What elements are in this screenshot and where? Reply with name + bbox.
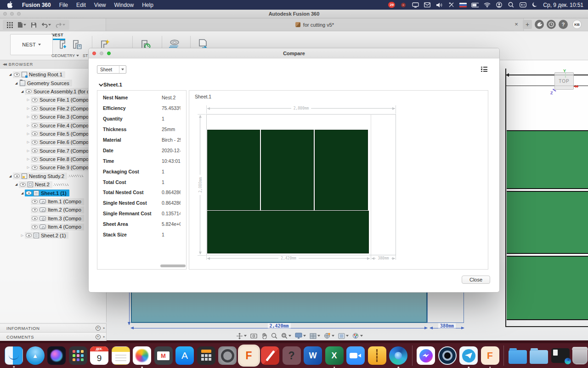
dock-compass[interactable]: ▲ [26, 346, 45, 365]
dock-excel[interactable]: X [325, 346, 344, 365]
tree-expander-icon[interactable]: ▷ [26, 140, 31, 144]
nested-part-green-2[interactable] [507, 191, 588, 254]
dock-minwin[interactable] [551, 348, 570, 363]
tree-expander-icon[interactable]: ▷ [26, 166, 31, 169]
visibility-eye-icon[interactable] [32, 115, 38, 119]
dock-telegram[interactable] [459, 346, 478, 365]
display-list-button[interactable] [338, 333, 349, 339]
look-at-button[interactable] [250, 333, 257, 339]
visibility-eye-icon[interactable] [32, 225, 38, 229]
dock-winzip[interactable] [368, 346, 386, 365]
tree-expander-icon[interactable]: ◢ [8, 73, 13, 76]
zoom-button[interactable] [271, 333, 277, 339]
document-tab[interactable]: for cutting v5* [106, 18, 524, 31]
dock-folder1[interactable] [509, 350, 527, 364]
undo-button[interactable] [40, 21, 52, 29]
menu-item-window[interactable]: Window [114, 2, 134, 8]
visibility-eye-icon[interactable] [26, 233, 32, 237]
comments-panel[interactable]: COMMENTS + ▸ [0, 332, 107, 341]
render-settings-button[interactable] [352, 333, 363, 339]
dock-word[interactable]: W [304, 346, 322, 365]
dock-sketchup[interactable] [261, 346, 279, 365]
viewports-button[interactable] [324, 333, 334, 339]
nested-part-green-3[interactable] [507, 256, 588, 320]
dock-appstore[interactable]: A [175, 346, 194, 365]
battery-icon[interactable] [471, 2, 479, 8]
dock-launchpad[interactable] [69, 346, 87, 365]
visibility-eye-icon[interactable] [14, 174, 20, 178]
menubar-clock[interactable]: Ср, 9 дек. 10:51 [543, 2, 583, 8]
visibility-eye-icon[interactable] [26, 89, 32, 93]
list-view-icon[interactable] [481, 67, 487, 72]
dock-finder[interactable] [5, 346, 23, 365]
dock-gmail[interactable]: M [154, 346, 173, 365]
visibility-eye-icon[interactable] [32, 157, 38, 161]
information-expand-icon[interactable]: + [96, 326, 101, 331]
redo-button[interactable] [54, 21, 67, 29]
user-avatar[interactable]: KB [572, 20, 582, 29]
visibility-eye-icon[interactable] [20, 183, 26, 187]
menu-item-fusion-360[interactable]: Fusion 360 [22, 2, 51, 8]
dock-trash[interactable] [572, 347, 588, 364]
weather-icon[interactable] [531, 2, 538, 8]
spotlight-icon[interactable] [507, 2, 514, 8]
dock-messenger[interactable] [417, 346, 435, 365]
dock-sysprefs[interactable] [218, 346, 237, 365]
volume-icon[interactable] [435, 2, 443, 8]
zoom-window-button[interactable] [281, 333, 291, 339]
save-button[interactable] [29, 21, 38, 29]
wifi-icon[interactable] [483, 2, 491, 8]
tree-expander-icon[interactable]: ▷ [26, 124, 31, 127]
nest-workspace-button[interactable]: NEST [10, 34, 53, 55]
visibility-eye-icon[interactable] [32, 123, 38, 127]
visibility-eye-icon[interactable] [32, 98, 38, 102]
dock-fusion360[interactable]: F [240, 346, 258, 365]
switch-control-icon[interactable] [519, 2, 526, 8]
comments-expand-icon[interactable]: + [96, 334, 101, 339]
dock-fusion2[interactable]: F [481, 346, 499, 365]
notifications-clock-button[interactable] [547, 20, 556, 29]
mail-icon[interactable] [424, 2, 431, 8]
document-tab-close-button[interactable]: × [513, 21, 520, 28]
menu-item-help[interactable]: Help [142, 2, 153, 8]
tree-expander-icon[interactable]: ◢ [20, 90, 25, 93]
sheet-properties-table[interactable]: Nest NameNest.2Efficiency75.4533%Quantit… [97, 90, 187, 270]
window-titlebar[interactable]: Autodesk Fusion 360 [0, 10, 588, 18]
dock-help[interactable]: ? [283, 346, 301, 365]
tree-expander-icon[interactable]: ◢ [14, 81, 19, 85]
dock-edge[interactable] [389, 346, 407, 365]
visibility-eye-icon[interactable] [14, 73, 20, 77]
geometry-source-icon[interactable] [58, 39, 70, 51]
tree-expander-icon[interactable]: ▷ [20, 234, 25, 237]
information-panel[interactable]: INFORMATION + ▸ [0, 323, 107, 332]
menu-item-view[interactable]: View [94, 2, 106, 8]
dock-siri[interactable] [47, 346, 66, 365]
updates-badge[interactable]: 29 [388, 2, 395, 8]
tree-expander-icon[interactable]: ▷ [26, 132, 31, 136]
visibility-eye-icon[interactable] [32, 149, 38, 153]
app-grid-button[interactable] [6, 21, 14, 29]
keyboard-layout-flag-ru[interactable] [459, 3, 467, 7]
close-button[interactable]: Close [462, 276, 490, 284]
sheet-section-header[interactable]: Sheet.1 [99, 82, 122, 87]
display-settings-button[interactable] [295, 333, 306, 339]
visibility-eye-icon[interactable] [32, 166, 38, 170]
pan-hand-button[interactable] [261, 333, 267, 339]
account-icon[interactable] [495, 2, 503, 8]
app-status-icon[interactable] [400, 2, 407, 8]
visibility-eye-icon[interactable] [32, 106, 38, 110]
group-label-geometry[interactable]: GEOMETRY [51, 53, 79, 58]
tree-expander-icon[interactable]: ◢ [8, 174, 13, 178]
dock-calendar[interactable]: ДЕК.9 [90, 346, 108, 365]
tree-expander-icon[interactable]: ◢ [20, 191, 25, 195]
displays-icon[interactable] [412, 2, 419, 8]
dock-photos[interactable] [133, 346, 151, 365]
information-chevron-icon[interactable]: ▸ [103, 326, 105, 330]
menu-item-file[interactable]: File [59, 2, 68, 8]
nested-part-green-1[interactable] [507, 130, 588, 189]
tree-expander-icon[interactable]: ▷ [26, 149, 31, 153]
dock-notes[interactable] [112, 346, 130, 365]
new-tab-button[interactable]: + [523, 20, 532, 29]
comments-chevron-icon[interactable]: ▸ [103, 335, 105, 339]
dock-zoom[interactable] [346, 346, 365, 365]
